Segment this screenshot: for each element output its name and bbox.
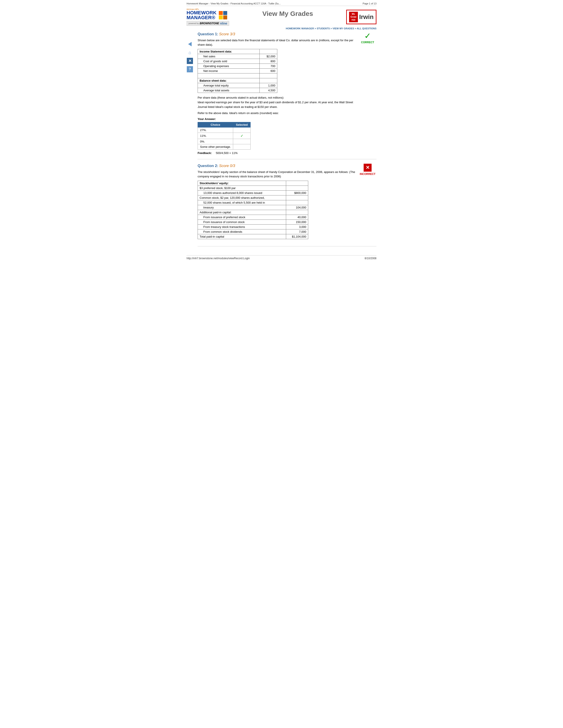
- answer-table-q1: Choice Selected 27%. 11%. ✓: [197, 122, 250, 150]
- equity-row-10: Total paid-in capital $1,104,000: [198, 234, 308, 239]
- choice-text-0: 27%.: [198, 128, 233, 133]
- balance-value-1: 4,500: [259, 88, 277, 93]
- question-2-header: Question 2: Score 0/3: [197, 164, 359, 168]
- equity-value-9: 7,000: [286, 229, 308, 234]
- equity-label-5: Additional paid-in capital:: [198, 210, 286, 215]
- correct-checkmark-icon: ✓: [364, 32, 371, 40]
- question-2-content: Question 2: Score 0/3 The stockholders' …: [197, 164, 359, 242]
- equity-value-4: 104,000: [286, 205, 308, 210]
- income-header-row: Income Statement data:: [198, 49, 277, 54]
- manager-text: MANAGER®: [186, 15, 216, 20]
- equity-row-9: From common stock dividends 7,000: [198, 229, 308, 234]
- equity-row-1: 13,000 shares authorized 8,000 shares is…: [198, 191, 308, 195]
- income-row-0: Net sales $2,000: [198, 54, 277, 59]
- content-with-nav: ⌂ ✕ ? Question 1: Score 3/3 Shown below …: [186, 32, 377, 251]
- equity-label-4: treasury: [198, 205, 286, 210]
- breadcrumb: HOMEWORK MANAGER > STUDENTS > VIEW MY GR…: [186, 27, 377, 30]
- footer-date: 8/10/2008: [365, 257, 377, 260]
- choice-selected-1: ✓: [233, 133, 250, 139]
- income-statement-table: Income Statement data: Net sales $2,000 …: [197, 49, 277, 93]
- question-1-desc: Shown below are selected data from the f…: [197, 38, 359, 47]
- mcgraw-stack: Mc Graw Hill: [349, 12, 358, 22]
- question-2-row: Question 2: Score 0/3 The stockholders' …: [197, 164, 377, 246]
- question-1-header: Question 1: Score 3/3: [197, 32, 359, 36]
- answer-row-1: 11%. ✓: [198, 133, 250, 139]
- equity-header-value: [286, 181, 308, 186]
- income-label-1: Cost of goods sold: [198, 59, 259, 64]
- logo-text-block: HOMEWORK MANAGER®: [186, 10, 216, 20]
- income-row-2: Operating expenses 700: [198, 64, 277, 69]
- per-share-text1: Per share data (these amounts stated in …: [197, 96, 359, 109]
- income-label-0: Net sales: [198, 54, 259, 59]
- footer-url: http://mh7.brownstone.net/modules/viewRe…: [186, 257, 250, 260]
- mcgraw-line1: Mc: [352, 13, 355, 15]
- back-arrow-icon: [188, 42, 192, 46]
- question-2-title: Question 2:: [197, 164, 218, 168]
- answer-row-0: 27%.: [198, 128, 250, 133]
- help-q-icon: ?: [187, 66, 193, 72]
- close-button[interactable]: ✕: [186, 58, 193, 64]
- balance-spacer-value: [259, 73, 277, 78]
- balance-header-row: Balance sheet data:: [198, 78, 277, 83]
- equity-label-2: Common stock, $2 par, 120,000 shares aut…: [198, 195, 286, 200]
- income-value-1: 800: [259, 59, 277, 64]
- sq-orange: [219, 11, 223, 15]
- left-nav: ⌂ ✕ ?: [186, 32, 194, 251]
- balance-spacer-label: [198, 73, 259, 78]
- equity-row-5: Additional paid-in capital:: [198, 210, 308, 215]
- logo-left: McGraw-Hill's HOMEWORK MANAGER® powered …: [186, 8, 229, 26]
- balance-label-0: Average total equity: [198, 83, 259, 88]
- choice-selected-0: [233, 128, 250, 133]
- feedback-row-q1: Feedback: 500/4,500 = 11%: [197, 151, 359, 155]
- equity-header-row: Stockholders' equity:: [198, 181, 308, 186]
- balance-label-1: Average total assets: [198, 88, 259, 93]
- income-value-2: 700: [259, 64, 277, 69]
- mcgraw-line3: Hill: [352, 19, 355, 21]
- equity-row-7: From issuance of common stock 150,000: [198, 220, 308, 225]
- balance-header-label: Balance sheet data:: [198, 78, 259, 83]
- stockholders-equity-table: Stockholders' equity: $3 preferred stock…: [197, 181, 308, 239]
- equity-header-label: Stockholders' equity:: [198, 181, 286, 186]
- answer-col-selected: Selected: [233, 122, 250, 128]
- back-button[interactable]: [186, 41, 193, 47]
- equity-row-0: $3 preferred stock, $100 par: [198, 186, 308, 191]
- income-label-2: Operating expenses: [198, 64, 259, 69]
- income-value-0: $2,000: [259, 54, 277, 59]
- close-x-icon: ✕: [187, 58, 193, 64]
- help-button[interactable]: ?: [186, 66, 193, 73]
- answer-row-2: 0%.: [198, 139, 250, 144]
- homework-manager-logo: HOMEWORK MANAGER®: [186, 10, 229, 20]
- irwin-text: Irwin: [359, 13, 374, 21]
- balance-spacer-row: [198, 73, 277, 78]
- choice-text-2: 0%.: [198, 139, 233, 144]
- equity-row-6: From issuance of preferred stock 40,000: [198, 215, 308, 220]
- home-button[interactable]: ⌂: [186, 49, 193, 56]
- equity-value-10: $1,104,000: [286, 234, 308, 239]
- equity-row-3: 52,000 shares issued, of which 5,500 are…: [198, 200, 308, 205]
- income-label-3: Net income: [198, 69, 259, 73]
- correct-text: CORRECT: [361, 41, 374, 44]
- sq-brown: [223, 15, 227, 19]
- browser-title: Homework Manager - View My Grades - Fina…: [186, 2, 280, 5]
- sq-yellow: [219, 15, 223, 19]
- equity-value-7: 150,000: [286, 220, 308, 225]
- equity-value-1: $800,000: [286, 191, 308, 195]
- equity-value-2: [286, 195, 308, 200]
- balance-value-0: 1,000: [259, 83, 277, 88]
- income-row-1: Cost of goods sold 800: [198, 59, 277, 64]
- equity-label-7: From issuance of common stock: [198, 220, 286, 225]
- header-area: McGraw-Hill's HOMEWORK MANAGER® powered …: [186, 8, 377, 26]
- equity-row-8: From treasury stock transactions 3,000: [198, 225, 308, 229]
- browser-bar: Homework Manager - View My Grades - Fina…: [186, 2, 377, 6]
- question-1-result: ✓ CORRECT: [359, 32, 377, 44]
- answer-col-choice: Choice: [198, 122, 233, 128]
- page-title: View My Grades: [262, 10, 313, 17]
- equity-value-0: [286, 186, 308, 191]
- feedback-label-q1: Feedback:: [197, 151, 212, 155]
- footer: http://mh7.brownstone.net/modules/viewRe…: [186, 255, 377, 260]
- question-1-content: Question 1: Score 3/3 Shown below are se…: [197, 32, 359, 155]
- mcgraw-irwin-logo: Mc Graw Hill Irwin: [346, 10, 377, 24]
- incorrect-text: INCORRECT: [360, 173, 375, 176]
- main-content: Question 1: Score 3/3 Shown below are se…: [197, 32, 377, 251]
- refer-text: Refer to the above data. Ideal's return …: [197, 111, 359, 116]
